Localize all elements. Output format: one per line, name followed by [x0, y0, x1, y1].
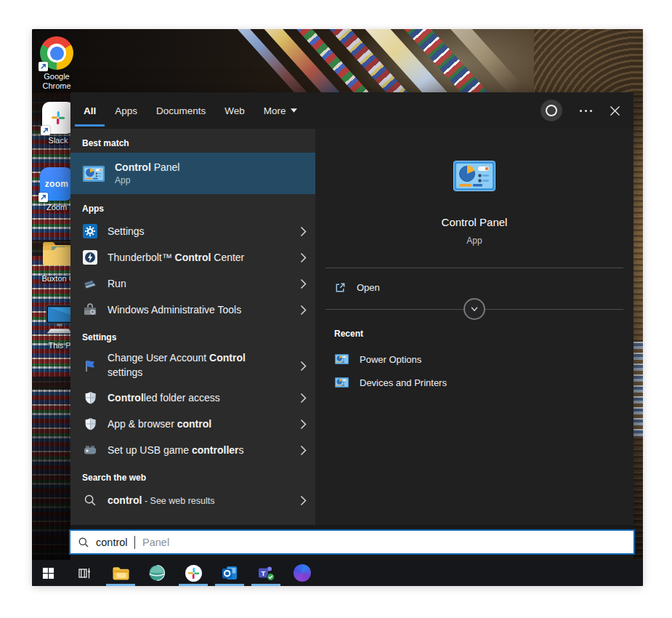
text-cursor — [134, 536, 136, 549]
desktop-icon-label: Slack — [49, 136, 68, 145]
tab-label: More — [264, 105, 286, 116]
chevron-right-icon[interactable] — [294, 393, 307, 404]
taskbar-slack-button[interactable] — [179, 560, 208, 586]
taskbar-task-view-button[interactable] — [70, 560, 99, 586]
desktop-icon-label: Buxton C — [41, 274, 74, 284]
section-header-settings: Settings — [70, 323, 315, 347]
recent-power-options[interactable]: Power Options — [315, 348, 633, 371]
zoom-icon: zoom — [40, 167, 73, 201]
desktop-icon-label: This P — [48, 341, 70, 350]
control-panel-icon — [82, 166, 105, 182]
user-avatar[interactable] — [541, 100, 562, 121]
expand-button[interactable] — [463, 298, 485, 320]
close-icon[interactable] — [610, 105, 620, 116]
active-app-indicator — [251, 584, 280, 587]
wallpaper-stone-band — [32, 377, 70, 390]
result-control-see-web-results[interactable]: control - See web results — [70, 487, 315, 513]
chevron-right-icon[interactable] — [294, 226, 307, 237]
preview-title: Control Panel — [442, 216, 508, 228]
taskbar-start-button[interactable] — [33, 560, 62, 586]
result-text-lines: Control PanelApp — [115, 161, 179, 185]
desktop-screen: Google ChromeSlackzoomZoomBuxton CThis P… — [32, 29, 643, 586]
result-windows-administrative-tools[interactable]: Windows Administrative Tools — [70, 297, 315, 323]
result-run[interactable]: Run — [70, 270, 315, 297]
taskbar-outlook-button[interactable] — [215, 560, 244, 586]
selected-tab-underline — [75, 124, 105, 127]
chevron-right-icon[interactable] — [294, 305, 307, 316]
tab-label: All — [84, 105, 96, 116]
desktop-icon-google-chrome[interactable]: Google Chrome — [33, 36, 80, 91]
recent-header: Recent — [334, 329, 633, 339]
search-results-column: Best matchControl PanelAppAppsSettingsTh… — [70, 129, 315, 525]
globe-icon — [148, 564, 166, 582]
section-header-search-the-web: Search the web — [70, 463, 315, 487]
desktop-wallpaper-ceiling — [32, 29, 643, 93]
preview-pane: Control Panel App Open Recent Power Opti… — [315, 129, 633, 525]
file-explorer-icon — [112, 566, 130, 581]
taskbar: T — [32, 560, 643, 586]
desktop-icon-label: Google Chrome — [33, 72, 80, 91]
more-options-icon[interactable] — [580, 110, 592, 112]
result-label: Set up USB game controllers — [108, 444, 244, 456]
result-label: Controlled folder access — [108, 392, 220, 404]
desktop-icon-label: Zoom — [46, 203, 67, 212]
search-suggestion-text: Panel — [142, 537, 169, 548]
taskbar-globe-button[interactable] — [142, 560, 171, 586]
control-panel-icon — [453, 161, 495, 194]
tab-web[interactable]: Web — [224, 92, 245, 129]
control-panel-icon — [334, 354, 349, 364]
open-icon — [334, 281, 347, 294]
chevron-right-icon[interactable] — [294, 495, 307, 506]
slack-icon — [185, 564, 203, 582]
m365-icon — [294, 564, 311, 582]
chevron-right-icon[interactable] — [294, 445, 307, 456]
chevron-right-icon[interactable] — [294, 361, 307, 372]
tabs-row-actions — [541, 100, 620, 121]
result-subtitle: App — [115, 175, 179, 185]
search-input[interactable]: control Panel — [69, 529, 635, 555]
chevron-down-icon — [291, 108, 297, 113]
section-header-apps: Apps — [70, 194, 315, 218]
search-icon — [78, 537, 89, 548]
chevron-right-icon[interactable] — [294, 419, 307, 430]
result-set-up-usb-game-controllers[interactable]: Set up USB game controllers — [70, 437, 315, 463]
result-settings[interactable]: Settings — [70, 218, 315, 244]
tab-all[interactable]: All — [84, 92, 96, 129]
active-app-indicator — [106, 584, 135, 587]
taskbar-teams-button[interactable]: T — [251, 560, 280, 586]
result-label: Settings — [108, 225, 145, 237]
flag-icon — [82, 358, 98, 373]
result-thunderbolt-control-center[interactable]: Thunderbolt™ Control Center — [70, 244, 315, 270]
avatar-ring-icon — [546, 105, 557, 116]
gamepad-icon — [82, 443, 98, 457]
shield-icon — [82, 417, 98, 431]
result-control-panel[interactable]: Control PanelApp — [70, 153, 315, 194]
outlook-icon — [221, 564, 238, 582]
taskbar-m365-button[interactable] — [288, 560, 317, 586]
tab-documents[interactable]: Documents — [156, 92, 206, 129]
chevron-right-icon[interactable] — [294, 252, 307, 263]
taskbar-file-explorer-button[interactable] — [106, 560, 135, 586]
recent-devices-and-printers[interactable]: Devices and Printers — [315, 371, 633, 394]
wallpaper-fan-vault — [534, 29, 643, 93]
search-tabs-row: AllAppsDocumentsWebMore — [70, 92, 633, 129]
shortcut-arrow-icon — [39, 193, 48, 202]
result-controlled-folder-access[interactable]: Controlled folder access — [70, 385, 315, 411]
result-label: Control Panel — [115, 161, 179, 173]
result-change-user-account-control-sett[interactable]: Change User Account Control settings — [70, 347, 315, 385]
recent-list: Power OptionsDevices and Printers — [315, 348, 633, 394]
svg-text:T: T — [261, 569, 265, 577]
shield-icon — [82, 390, 98, 405]
shortcut-arrow-icon — [39, 62, 48, 71]
chevron-right-icon[interactable] — [294, 278, 307, 289]
result-label: Change User Account Control settings — [108, 351, 262, 380]
tab-apps[interactable]: Apps — [115, 92, 137, 129]
desktop-wallpaper-right-strip — [633, 93, 643, 586]
search-icon — [82, 494, 98, 507]
tab-more[interactable]: More — [264, 92, 297, 129]
section-header-best-match: Best match — [70, 129, 315, 153]
control-panel-icon — [334, 377, 349, 388]
result-app-browser-control[interactable]: App & browser control — [70, 411, 315, 437]
slack-icon — [42, 102, 74, 134]
tab-label: Apps — [115, 105, 137, 116]
